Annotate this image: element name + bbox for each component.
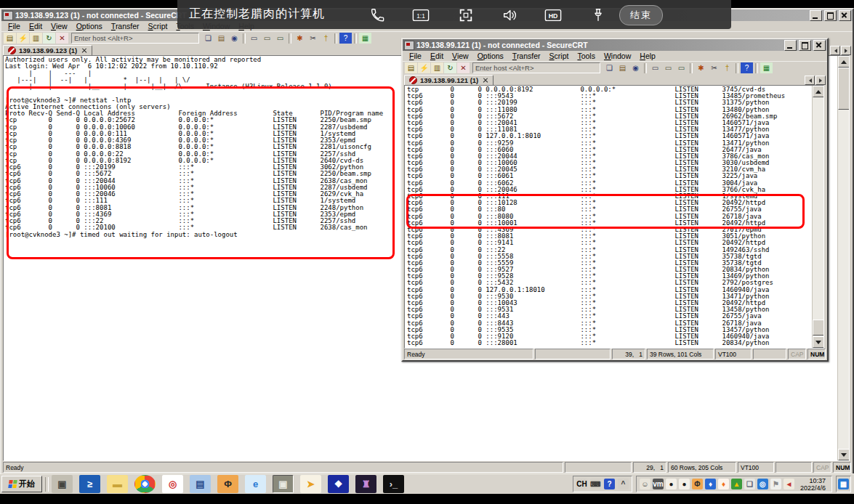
paste-icon[interactable]: ▤ <box>616 62 629 73</box>
connect-in-tab-icon[interactable]: ▥ <box>431 62 443 73</box>
reconnect-icon[interactable]: ↻ <box>43 33 55 44</box>
key-agent-icon[interactable]: † <box>721 62 733 73</box>
vmware-tray-icon[interactable]: vm <box>653 479 664 489</box>
disconnect-icon[interactable]: ✕ <box>457 62 470 73</box>
scrollbar-121[interactable] <box>812 86 823 348</box>
explorer-folder-icon[interactable]: ▬ <box>107 475 128 493</box>
minimize-button[interactable] <box>810 10 822 21</box>
phi-tray-icon[interactable]: Φ <box>692 479 703 489</box>
menu-item-edit[interactable]: Edit <box>426 52 448 60</box>
session-manager-icon[interactable]: ▦ <box>760 62 773 73</box>
maximize-button[interactable] <box>799 40 811 51</box>
phone-icon[interactable] <box>368 6 387 25</box>
copy-icon[interactable]: ❏ <box>603 62 616 73</box>
end-control-button[interactable]: 结束 <box>619 5 663 25</box>
lang-indicator-icon[interactable]: CH <box>576 479 587 489</box>
help-icon[interactable]: ? <box>339 33 352 44</box>
remote-desktop-app-icon[interactable]: ▤ <box>190 475 211 493</box>
network-status-icon[interactable]: ▦ <box>838 479 849 489</box>
fullscreen-icon[interactable] <box>456 6 475 25</box>
menu-item-script[interactable]: Script <box>144 22 172 31</box>
powershell-icon[interactable]: ≥ <box>79 475 100 493</box>
tray-expand-icon[interactable]: ^ <box>618 479 629 489</box>
menu-item-help[interactable]: Help <box>635 52 660 60</box>
connect-in-tab-icon[interactable]: ▥ <box>30 33 42 44</box>
tray-help-icon[interactable]: ? <box>604 479 615 489</box>
connect-icon[interactable]: ▤ <box>4 33 16 44</box>
print-icon[interactable]: ▭ <box>649 62 661 73</box>
scroll-thumb[interactable] <box>813 320 824 336</box>
browser-flame-icon[interactable]: ♦ <box>718 479 729 489</box>
my-computer-icon[interactable]: ▣ <box>52 475 73 493</box>
quick-connect-icon[interactable]: ⚡ <box>17 33 29 44</box>
tab-scroll-right[interactable] <box>815 76 826 85</box>
tab-scroll-left[interactable] <box>830 46 840 55</box>
app-circles-icon[interactable]: ◎ <box>162 475 183 493</box>
host-input[interactable]: Enter host <Alt+R> <box>472 62 600 73</box>
tab-close-icon[interactable] <box>81 48 87 54</box>
menu-item-edit[interactable]: Edit <box>25 22 47 31</box>
menu-item-file[interactable]: File <box>4 22 25 31</box>
scroll-down-icon[interactable] <box>813 336 824 348</box>
titlebar-121[interactable]: 139.138.99.121 (1) - not connected - Sec… <box>403 39 827 51</box>
cut-icon[interactable]: ✂ <box>307 33 319 44</box>
window-stack-icon[interactable]: ❏ <box>744 479 755 489</box>
menu-item-transfer[interactable]: Transfer <box>107 22 144 31</box>
tab-close-icon[interactable] <box>483 78 488 84</box>
sync-service-icon[interactable]: ◎ <box>757 479 768 489</box>
qq-account-1-icon[interactable]: ● <box>666 479 677 489</box>
scroll-down-icon[interactable] <box>838 449 850 460</box>
host-input[interactable]: Enter host <Alt+R> <box>71 33 199 44</box>
start-button[interactable]: 开始 <box>1 476 42 492</box>
paste-icon[interactable]: ▤ <box>215 33 227 44</box>
securecrt-icon[interactable]: ▣ <box>273 475 294 493</box>
session-options-icon[interactable]: ✱ <box>695 62 707 73</box>
menu-item-view[interactable]: View <box>448 52 473 60</box>
dark-media-app-icon[interactable]: ♜ <box>355 475 376 493</box>
menu-item-tools[interactable]: Tools <box>573 52 600 60</box>
menu-item-options[interactable]: Options <box>72 22 107 31</box>
close-button[interactable] <box>813 40 826 51</box>
menu-item-file[interactable]: File <box>405 52 426 60</box>
scroll-thumb[interactable] <box>838 68 850 110</box>
cmd-icon[interactable]: ›_ <box>383 475 404 493</box>
xshell-icon[interactable]: ➤ <box>300 475 321 493</box>
find-icon[interactable]: ◉ <box>228 33 241 44</box>
phi-tool-icon[interactable]: Φ <box>217 475 238 493</box>
print-icon[interactable]: ▭ <box>248 33 260 44</box>
session-manager-icon[interactable]: ▦ <box>359 33 371 44</box>
find-icon[interactable]: ◉ <box>629 62 642 73</box>
print-preview-icon[interactable]: ▭ <box>662 62 674 73</box>
scrollbar-123[interactable] <box>837 56 849 460</box>
menu-item-view[interactable]: View <box>47 22 72 31</box>
security-shield-icon[interactable]: ♦ <box>705 479 716 489</box>
close-button[interactable] <box>839 10 851 21</box>
internet-explorer-icon[interactable]: e <box>245 475 266 493</box>
keyboard-icon[interactable]: ⌨ <box>590 479 601 489</box>
notify-flag-icon[interactable]: ⚑ <box>770 479 781 489</box>
reconnect-icon[interactable]: ↻ <box>444 62 456 73</box>
restore-button[interactable] <box>824 10 837 21</box>
cut-icon[interactable]: ✂ <box>708 62 720 73</box>
key-agent-icon[interactable]: † <box>320 33 332 44</box>
pin-icon[interactable] <box>589 6 608 25</box>
speaker-icon[interactable] <box>500 6 519 25</box>
user-status-icon[interactable]: ☺ <box>640 479 650 489</box>
menu-item-transfer[interactable]: Transfer <box>508 52 545 60</box>
qq-account-2-icon[interactable]: ● <box>679 479 690 489</box>
chrome-icon[interactable] <box>134 475 156 493</box>
taskbar-clock[interactable]: 10:37 2022/4/6 <box>797 477 829 492</box>
scroll-up-icon[interactable] <box>838 56 850 68</box>
scroll-up-icon[interactable] <box>813 86 824 97</box>
print-setup-icon[interactable]: ▭ <box>675 62 688 73</box>
session-options-icon[interactable]: ✱ <box>294 33 306 44</box>
tab-scroll-left[interactable] <box>805 76 815 85</box>
tab-scroll-right[interactable] <box>841 46 851 55</box>
quick-connect-icon[interactable]: ⚡ <box>418 62 430 73</box>
minimize-button[interactable] <box>784 40 797 51</box>
menu-item-script[interactable]: Script <box>545 52 573 60</box>
menu-item-window[interactable]: Window <box>600 52 635 60</box>
disconnect-icon[interactable]: ✕ <box>56 33 68 44</box>
help-icon[interactable]: ? <box>741 62 753 73</box>
hd-icon[interactable]: HD <box>544 6 563 25</box>
